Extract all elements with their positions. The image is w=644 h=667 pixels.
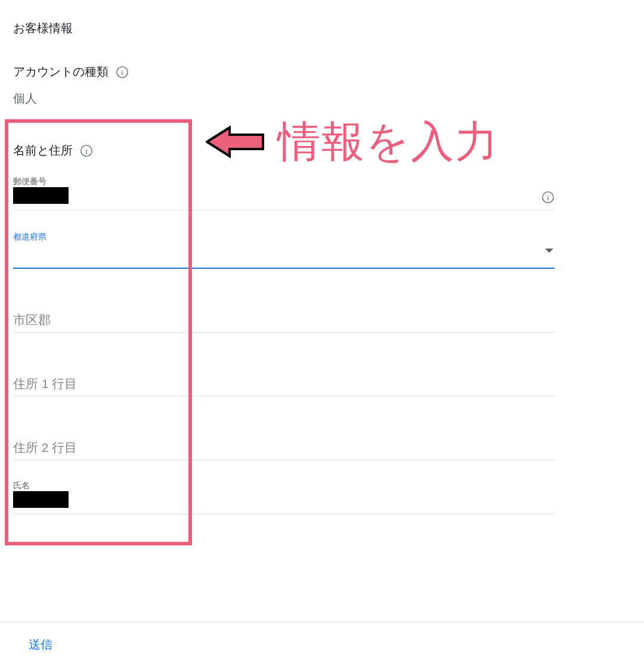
postal-code-field[interactable]: 郵便番号 i: [13, 176, 555, 210]
name-label: 氏名: [13, 480, 555, 491]
prefecture-select[interactable]: 都道府県: [13, 232, 555, 269]
city-field[interactable]: [13, 307, 555, 333]
postal-code-label: 郵便番号: [13, 176, 555, 187]
account-type-label: アカウントの種類 i: [13, 64, 631, 80]
annotation-text: 情報を入力: [277, 113, 499, 170]
annotation: 情報を入力: [206, 113, 499, 170]
address-line-1-field[interactable]: [13, 371, 555, 396]
info-icon[interactable]: i: [541, 191, 555, 204]
info-icon[interactable]: i: [116, 66, 129, 79]
name-field[interactable]: 氏名: [13, 480, 555, 514]
svg-text:i: i: [121, 68, 123, 76]
footer-bar: 送信: [0, 622, 644, 667]
submit-button[interactable]: 送信: [29, 637, 52, 653]
info-icon[interactable]: i: [80, 144, 93, 157]
address-line-1-input[interactable]: [13, 371, 555, 396]
svg-text:i: i: [547, 194, 549, 202]
account-type-label-text: アカウントの種類: [13, 64, 109, 80]
name-address-header: 名前と住所 i: [13, 142, 631, 159]
address-line-2-input[interactable]: [13, 435, 555, 460]
prefecture-label: 都道府県: [13, 232, 555, 243]
city-input[interactable]: [13, 307, 555, 333]
name-address-label: 名前と住所: [13, 142, 73, 159]
chevron-down-icon: [545, 249, 553, 253]
svg-text:i: i: [85, 147, 88, 155]
page-title: お客様情報: [13, 20, 631, 36]
prefecture-input[interactable]: [13, 243, 555, 269]
address-line-2-field[interactable]: [13, 435, 555, 460]
account-type-value: 個人: [13, 91, 631, 107]
